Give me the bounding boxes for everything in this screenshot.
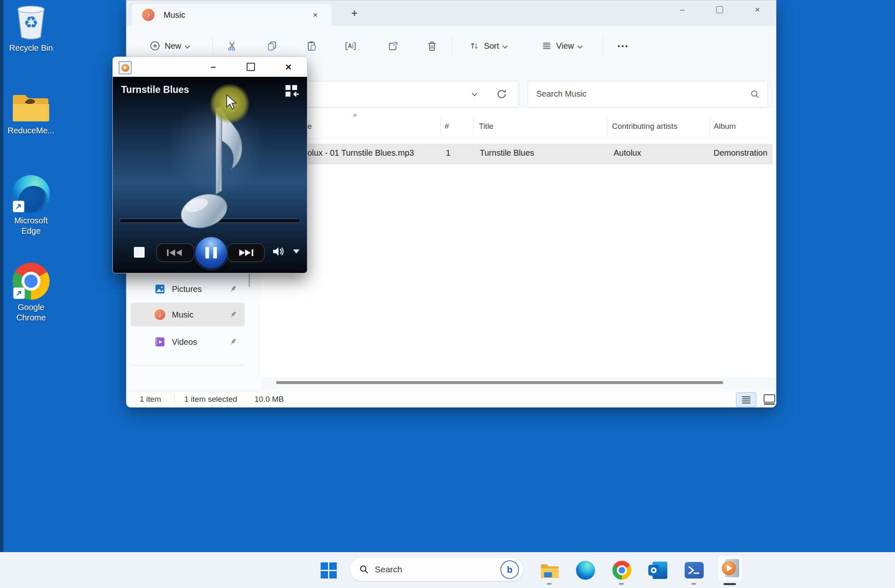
thumbnail-view-toggle[interactable]	[759, 392, 776, 406]
rename-button[interactable]	[340, 36, 360, 56]
chevron-down-icon[interactable]	[472, 91, 477, 96]
sidebar-item-label: Videos	[172, 337, 229, 347]
plus-circle-icon	[150, 40, 160, 51]
taskbar-outlook[interactable]	[648, 560, 668, 580]
view-button-label: View	[556, 41, 574, 51]
desktop-icon-reduceme[interactable]: ReduceMe...	[0, 90, 62, 136]
window-maximize-button[interactable]	[710, 0, 729, 19]
tab-music[interactable]: ♪ Music ×	[132, 4, 332, 26]
column-header-title[interactable]: Title	[479, 122, 493, 131]
horizontal-scrollbar-thumb[interactable]	[276, 381, 723, 384]
new-button[interactable]: New	[138, 34, 201, 57]
cut-icon	[226, 40, 238, 52]
search-box	[528, 81, 768, 107]
taskbar-file-explorer[interactable]	[540, 560, 559, 580]
taskbar-edge[interactable]	[576, 560, 595, 580]
see-more-button[interactable]: •••	[611, 34, 636, 57]
selection-count: 1 item selected	[184, 395, 237, 404]
copy-icon	[267, 40, 278, 52]
file-number: 1	[446, 148, 450, 158]
column-divider[interactable]	[607, 117, 607, 135]
view-button[interactable]: View	[531, 34, 593, 57]
status-bar: 1 item 1 item selected 10.0 MB	[126, 391, 776, 408]
header-separator	[261, 138, 776, 139]
refresh-icon[interactable]	[496, 88, 507, 100]
pin-icon[interactable]	[229, 311, 237, 319]
file-row-selected[interactable]: olux - 01 Turnstile Blues.mp3 1 Turnstil…	[261, 144, 773, 164]
running-indicator	[547, 583, 552, 585]
powershell-icon	[685, 562, 704, 579]
column-divider[interactable]	[710, 117, 710, 135]
pin-icon[interactable]	[229, 285, 237, 293]
window-minimize-button[interactable]: –	[673, 0, 692, 19]
tab-close-button[interactable]: ×	[309, 9, 321, 21]
stop-button[interactable]	[134, 247, 145, 258]
sidebar-item-label: Music	[172, 310, 229, 320]
taskbar-search-label: Search	[375, 564, 402, 574]
column-header-name[interactable]: e	[307, 122, 312, 131]
taskbar-media-player-active[interactable]	[717, 555, 743, 581]
running-indicator	[619, 583, 624, 585]
bing-chat-icon[interactable]: b	[500, 560, 519, 579]
pause-button[interactable]	[194, 236, 228, 270]
column-header-number[interactable]: #	[445, 122, 449, 131]
file-title: Turnstile Blues	[480, 148, 534, 158]
horizontal-scrollbar-track[interactable]	[261, 377, 776, 389]
copy-button[interactable]	[262, 36, 282, 56]
previous-button[interactable]	[156, 243, 194, 262]
desktop-icon-chrome[interactable]: Google Chrome	[0, 263, 62, 323]
edge-icon	[576, 561, 595, 580]
close-icon: ×	[313, 10, 318, 20]
player-minimize-button[interactable]: –	[203, 59, 224, 75]
details-view-toggle[interactable]	[736, 392, 757, 407]
column-header-artists[interactable]: Contributing artists	[612, 122, 677, 131]
recycle-bin-icon: ♻	[12, 2, 50, 40]
edge-icon	[12, 175, 50, 213]
sort-icon	[469, 40, 480, 51]
maximize-icon	[716, 6, 723, 13]
pin-icon[interactable]	[229, 338, 237, 346]
next-button[interactable]	[227, 243, 265, 262]
taskbar-chrome[interactable]	[612, 560, 632, 580]
pictures-icon	[155, 284, 165, 294]
desktop-icon-recycle-bin[interactable]: ♻ Recycle Bin	[0, 2, 62, 53]
search-icon[interactable]	[750, 89, 760, 100]
paste-button[interactable]	[302, 36, 321, 56]
start-button[interactable]	[319, 560, 338, 580]
cut-button[interactable]	[222, 36, 242, 56]
column-divider[interactable]	[473, 117, 474, 135]
taskbar-powershell[interactable]	[684, 560, 704, 580]
desktop-icon-label: ReduceMe...	[0, 126, 62, 136]
player-maximize-button[interactable]	[240, 59, 261, 75]
explorer-search-input[interactable]	[536, 81, 731, 106]
sort-ascending-indicator: ^	[353, 113, 357, 121]
toolbar-divider	[603, 36, 603, 56]
column-header-album[interactable]: Album	[714, 122, 736, 131]
previous-icon	[166, 248, 184, 257]
share-button[interactable]	[383, 36, 403, 56]
new-tab-button[interactable]: +	[348, 7, 361, 20]
column-divider[interactable]	[440, 117, 441, 135]
svg-text:♻: ♻	[24, 13, 38, 32]
sidebar-item-videos[interactable]: Videos	[131, 332, 245, 351]
switch-to-library-icon[interactable]	[285, 84, 300, 97]
player-close-button[interactable]: ×	[278, 59, 299, 75]
sidebar-scrollbar-thumb[interactable]	[249, 272, 250, 287]
folder-icon	[11, 90, 51, 123]
taskbar-search[interactable]: Search b	[350, 557, 524, 581]
sidebar-item-pictures[interactable]: Pictures	[131, 280, 245, 299]
sort-button[interactable]: Sort	[459, 34, 517, 57]
window-close-button[interactable]: ×	[748, 0, 767, 19]
list-view-icon	[541, 40, 552, 51]
desktop-icon-edge[interactable]: Microsoft Edge	[0, 175, 62, 236]
sidebar-item-music[interactable]: ♪ Music	[131, 305, 245, 324]
trash-icon	[426, 40, 438, 52]
address-bar[interactable]	[306, 81, 519, 107]
delete-button[interactable]	[422, 36, 442, 56]
player-title-bar[interactable]: – ×	[113, 57, 307, 77]
shortcut-arrow-icon	[13, 287, 25, 299]
volume-icon[interactable]	[271, 244, 286, 258]
volume-menu-caret[interactable]	[293, 249, 300, 254]
list-lines-icon	[742, 396, 750, 397]
media-player-app-icon	[119, 61, 132, 74]
